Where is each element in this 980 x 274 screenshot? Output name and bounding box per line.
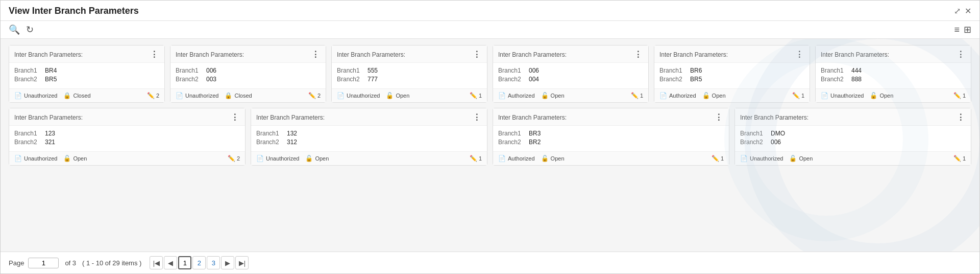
card-body: Branch1 DMO Branch2 006 bbox=[735, 126, 971, 151]
auth-status-text: Unauthorized bbox=[830, 93, 864, 99]
card-menu-icon[interactable]: ⋮ bbox=[634, 50, 643, 59]
branch2-label: Branch2 bbox=[498, 139, 524, 146]
auth-status-text: Unauthorized bbox=[24, 93, 57, 99]
card-count: ✏️ 2 bbox=[147, 92, 159, 99]
edit-icon: ✏️ bbox=[792, 92, 800, 99]
branch1-label: Branch1 bbox=[14, 130, 40, 137]
auth-icon: 📄 bbox=[498, 155, 506, 162]
lock-icon: 🔓 bbox=[541, 155, 549, 162]
card-item: Inter Branch Parameters: ⋮ Branch1 123 B… bbox=[9, 108, 246, 166]
count-value: 1 bbox=[963, 93, 966, 99]
first-page-btn[interactable]: |◀ bbox=[150, 256, 163, 269]
search-icon[interactable]: 🔍 bbox=[9, 24, 20, 35]
page-range: ( 1 - 10 of 29 items ) bbox=[82, 259, 141, 267]
prev-page-btn[interactable]: ◀ bbox=[164, 256, 177, 269]
branch1-row: Branch1 BR3 bbox=[498, 130, 724, 137]
branch1-value: 444 bbox=[851, 67, 862, 74]
card-menu-icon[interactable]: ⋮ bbox=[795, 50, 804, 59]
auth-icon: 📄 bbox=[256, 155, 264, 162]
auth-status: 📄 Unauthorized bbox=[256, 155, 299, 162]
card-header-label: Inter Branch Parameters: bbox=[740, 114, 808, 121]
last-page-btn[interactable]: ▶| bbox=[235, 256, 249, 269]
page-2-btn[interactable]: 2 bbox=[192, 256, 206, 269]
resize-icon[interactable]: ⤢ bbox=[954, 6, 961, 16]
branch1-row: Branch1 BR4 bbox=[14, 67, 159, 74]
page-input[interactable] bbox=[28, 258, 59, 268]
branch2-value: 321 bbox=[45, 139, 55, 146]
card-header: Inter Branch Parameters: ⋮ bbox=[735, 108, 971, 126]
card-menu-icon[interactable]: ⋮ bbox=[957, 50, 966, 59]
card-menu-icon[interactable]: ⋮ bbox=[473, 50, 482, 59]
card-menu-icon[interactable]: ⋮ bbox=[311, 50, 321, 59]
page-1-btn[interactable]: 1 bbox=[178, 256, 191, 269]
card-body: Branch1 555 Branch2 777 bbox=[332, 63, 487, 88]
branch2-label: Branch2 bbox=[740, 139, 766, 146]
auth-icon: 📄 bbox=[14, 92, 22, 99]
auth-status-text: Unauthorized bbox=[750, 155, 783, 162]
next-page-btn[interactable]: ▶ bbox=[221, 256, 234, 269]
auth-icon: 📄 bbox=[176, 92, 183, 99]
branch2-label: Branch2 bbox=[14, 139, 40, 146]
auth-status-text: Authorized bbox=[508, 93, 535, 99]
card-count: ✏️ 1 bbox=[470, 92, 482, 99]
branch2-row: Branch2 BR2 bbox=[498, 139, 724, 146]
edit-icon: ✏️ bbox=[470, 92, 477, 99]
card-menu-icon[interactable]: ⋮ bbox=[715, 112, 724, 122]
branch2-row: Branch2 777 bbox=[337, 76, 482, 83]
count-value: 1 bbox=[640, 93, 643, 99]
count-value: 2 bbox=[317, 93, 321, 99]
branch2-row: Branch2 BR5 bbox=[14, 76, 159, 83]
branch2-value: BR2 bbox=[529, 139, 541, 146]
auth-icon: 📄 bbox=[659, 92, 667, 99]
grid-view-icon[interactable]: ⊞ bbox=[964, 24, 971, 35]
auth-status-text: Unauthorized bbox=[347, 93, 380, 99]
page-3-btn[interactable]: 3 bbox=[207, 256, 220, 269]
branch1-label: Branch1 bbox=[659, 67, 685, 74]
card-header: Inter Branch Parameters: ⋮ bbox=[493, 45, 648, 63]
lock-icon: 🔓 bbox=[870, 92, 877, 99]
close-icon[interactable]: ✕ bbox=[965, 6, 971, 16]
card-menu-icon[interactable]: ⋮ bbox=[957, 112, 966, 122]
card-menu-icon[interactable]: ⋮ bbox=[231, 112, 240, 122]
card-count: ✏️ 1 bbox=[712, 155, 724, 162]
lock-icon: 🔓 bbox=[63, 155, 71, 162]
lock-status-text: Open bbox=[73, 155, 87, 162]
card-header: Inter Branch Parameters: ⋮ bbox=[170, 45, 326, 63]
lock-icon: 🔓 bbox=[702, 92, 710, 99]
lock-status: 🔓 Open bbox=[541, 155, 565, 162]
lock-icon: 🔓 bbox=[305, 155, 313, 162]
toolbar: 🔍 ↻ ≡ ⊞ bbox=[1, 21, 979, 39]
toolbar-left: 🔍 ↻ bbox=[9, 24, 34, 35]
lock-icon: 🔒 bbox=[63, 92, 71, 99]
card-header-label: Inter Branch Parameters: bbox=[14, 114, 83, 121]
card-item: Inter Branch Parameters: ⋮ Branch1 555 B… bbox=[331, 45, 487, 103]
lock-status-text: Closed bbox=[234, 93, 252, 99]
count-value: 1 bbox=[479, 155, 482, 162]
card-header-label: Inter Branch Parameters: bbox=[498, 51, 567, 58]
edit-icon: ✏️ bbox=[953, 92, 961, 99]
branch2-label: Branch2 bbox=[498, 76, 524, 83]
refresh-icon[interactable]: ↻ bbox=[26, 24, 34, 35]
lock-status: 🔓 Open bbox=[789, 155, 813, 162]
card-body: Branch1 006 Branch2 004 bbox=[493, 63, 648, 88]
page-of: of 3 bbox=[65, 259, 76, 267]
card-header: Inter Branch Parameters: ⋮ bbox=[332, 45, 487, 63]
card-menu-icon[interactable]: ⋮ bbox=[150, 50, 159, 59]
card-footer: 📄 Authorized 🔓 Open ✏️ 1 bbox=[654, 88, 810, 102]
count-value: 2 bbox=[156, 93, 159, 99]
list-view-icon[interactable]: ≡ bbox=[954, 25, 960, 35]
edit-icon: ✏️ bbox=[712, 155, 719, 162]
branch1-label: Branch1 bbox=[14, 67, 40, 74]
branch1-value: BR3 bbox=[529, 130, 541, 137]
lock-status-text: Open bbox=[315, 155, 329, 162]
count-value: 1 bbox=[479, 93, 482, 99]
auth-status-text: Unauthorized bbox=[266, 155, 299, 162]
card-item: Inter Branch Parameters: ⋮ Branch1 BR3 B… bbox=[493, 108, 729, 166]
cards-row-2: Inter Branch Parameters: ⋮ Branch1 123 B… bbox=[9, 108, 971, 166]
card-item: Inter Branch Parameters: ⋮ Branch1 006 B… bbox=[493, 45, 649, 103]
card-header-label: Inter Branch Parameters: bbox=[256, 114, 325, 121]
card-body: Branch1 BR3 Branch2 BR2 bbox=[493, 126, 729, 151]
page-title: View Inter Branch Parameters bbox=[9, 6, 139, 16]
branch1-label: Branch1 bbox=[821, 67, 846, 74]
card-menu-icon[interactable]: ⋮ bbox=[473, 112, 482, 122]
